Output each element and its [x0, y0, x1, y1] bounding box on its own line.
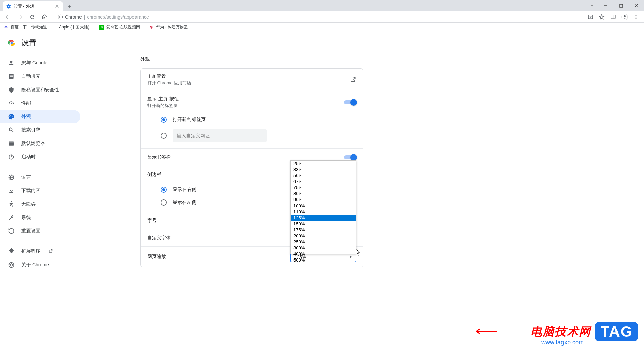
- bookmark-item[interactable]: ✥百度一下，你就知道: [3, 24, 47, 30]
- star-icon[interactable]: [596, 12, 607, 22]
- minimize-button[interactable]: [598, 1, 613, 11]
- radio-left[interactable]: [161, 199, 167, 206]
- external-link-icon[interactable]: [350, 76, 356, 83]
- profile-icon[interactable]: [619, 12, 630, 22]
- speedometer-icon: [8, 100, 15, 107]
- share-icon[interactable]: [585, 12, 596, 22]
- sidebar-label: 关于 Chrome: [21, 262, 49, 268]
- zoom-option[interactable]: 175%: [291, 227, 356, 233]
- svg-point-7: [636, 15, 637, 16]
- chevron-down-icon[interactable]: [586, 1, 598, 11]
- power-icon: [8, 154, 15, 160]
- bookmark-item[interactable]: ❋华为 - 构建万物互…: [149, 24, 192, 30]
- sidebar-item-about[interactable]: 关于 Chrome: [0, 258, 80, 272]
- menu-icon[interactable]: [631, 12, 641, 22]
- globe-icon: [8, 174, 15, 181]
- sidebar-item-extensions[interactable]: 扩展程序: [0, 245, 80, 258]
- sidebar-item-accessibility[interactable]: 无障碍: [0, 197, 80, 211]
- home-button[interactable]: [39, 12, 50, 22]
- sidepanel-icon[interactable]: [608, 12, 619, 22]
- zoom-option[interactable]: 110%: [291, 209, 356, 215]
- huawei-icon: ❋: [149, 25, 154, 30]
- svg-point-13: [10, 61, 13, 63]
- zoom-dropdown[interactable]: 25%33%50%67%75%80%90%100%110%125%150%175…: [290, 160, 356, 254]
- sidebar-item-default-browser[interactable]: 默认浏览器: [0, 137, 80, 150]
- zoom-option[interactable]: 150%: [291, 221, 356, 227]
- zoom-option[interactable]: 25%: [291, 161, 356, 167]
- browser-toolbar: Chrome | chrome://settings/appearance: [0, 11, 644, 23]
- sidebar-item-appearance[interactable]: 外观: [0, 110, 80, 123]
- zoom-option[interactable]: 75%: [291, 185, 356, 191]
- sidebar-item-system[interactable]: 系统: [0, 211, 80, 224]
- svg-rect-0: [620, 4, 623, 7]
- download-icon: [8, 187, 15, 194]
- close-window-button[interactable]: [629, 1, 644, 11]
- radio-custom-url[interactable]: [161, 133, 167, 139]
- forward-button[interactable]: [15, 12, 25, 22]
- section-title: 外观: [140, 56, 644, 62]
- sidebar-label: 重置设置: [21, 228, 40, 234]
- radio-newtab[interactable]: [161, 117, 167, 123]
- zoom-option[interactable]: 67%: [291, 179, 356, 185]
- sidebar-item-startup[interactable]: 启动时: [0, 150, 80, 164]
- radio-row-custom[interactable]: [141, 126, 363, 149]
- back-button[interactable]: [3, 12, 13, 22]
- zoom-option[interactable]: 500%: [291, 257, 356, 263]
- zoom-option[interactable]: 33%: [291, 167, 356, 173]
- svg-rect-18: [9, 141, 14, 142]
- search-icon: [8, 127, 15, 133]
- zoom-option[interactable]: 200%: [291, 233, 356, 239]
- window-titlebar: 设置 - 外观: [0, 0, 644, 11]
- sidebar-item-languages[interactable]: 语言: [0, 171, 80, 184]
- addr-scheme: Chrome: [65, 14, 82, 20]
- settings-main: 外观 主题背景 打开 Chrome 应用商店 显示"主页"按钮 打开新的标签页: [86, 32, 644, 348]
- tab-title: 设置 - 外观: [14, 4, 52, 9]
- close-icon[interactable]: [54, 4, 60, 9]
- sidebar-divider: [0, 241, 86, 241]
- row-title: 显示"主页"按钮: [147, 96, 344, 102]
- watermark-tag: TAG: [595, 322, 638, 341]
- browser-tab-active[interactable]: 设置 - 外观: [3, 1, 63, 11]
- maximize-button[interactable]: [613, 1, 629, 11]
- zoom-option[interactable]: 125%: [291, 215, 356, 221]
- radio-right[interactable]: [161, 187, 167, 193]
- svg-point-2: [59, 16, 61, 18]
- bookmark-item[interactable]: Apple (中国大陆) …: [52, 24, 94, 30]
- zoom-option[interactable]: 250%: [291, 239, 356, 245]
- person-icon: [8, 60, 15, 66]
- custom-url-input[interactable]: [173, 129, 267, 142]
- zoom-option[interactable]: 100%: [291, 203, 356, 209]
- watermark: 电脑技术网 TAG: [531, 322, 638, 341]
- svg-rect-4: [611, 15, 615, 19]
- zoom-option[interactable]: 300%: [291, 245, 356, 251]
- gear-icon: [6, 4, 11, 9]
- sidebar-item-search-engine[interactable]: 搜索引擎: [0, 123, 80, 137]
- settings-sidebar: 您与 Google 自动填充 隐私设置和安全性 性能 外观 搜索引擎 默认浏览器…: [0, 32, 86, 348]
- address-bar[interactable]: Chrome | chrome://settings/appearance: [54, 12, 578, 22]
- sidebar-item-autofill[interactable]: 自动填充: [0, 70, 80, 83]
- toggle-show-home[interactable]: [344, 99, 356, 106]
- bookmark-item[interactable]: 奇爱奇艺-在线视频网…: [99, 24, 144, 30]
- sidebar-item-performance[interactable]: 性能: [0, 97, 80, 110]
- svg-rect-16: [10, 76, 13, 77]
- sidebar-label: 无障碍: [21, 201, 36, 207]
- sidebar-item-downloads[interactable]: 下载内容: [0, 184, 80, 197]
- zoom-option[interactable]: 90%: [291, 197, 356, 203]
- reload-button[interactable]: [27, 12, 38, 22]
- sidebar-label: 您与 Google: [21, 60, 47, 66]
- new-tab-button[interactable]: [65, 2, 74, 11]
- extension-icon: [8, 248, 15, 255]
- zoom-option[interactable]: 50%: [291, 173, 356, 179]
- radio-row-newtab[interactable]: 打开新的标签页: [141, 113, 363, 126]
- sidebar-item-privacy[interactable]: 隐私设置和安全性: [0, 83, 80, 97]
- toggle-bookmarks-bar[interactable]: [344, 154, 356, 161]
- sidebar-label: 语言: [21, 174, 31, 180]
- row-theme[interactable]: 主题背景 打开 Chrome 应用商店: [141, 69, 363, 91]
- sidebar-label: 默认浏览器: [21, 140, 45, 147]
- zoom-option[interactable]: 400%: [291, 251, 356, 257]
- svg-rect-15: [10, 75, 13, 76]
- sidebar-label: 下载内容: [21, 188, 40, 194]
- zoom-option[interactable]: 80%: [291, 191, 356, 197]
- sidebar-item-you-and-google[interactable]: 您与 Google: [0, 56, 80, 70]
- sidebar-item-reset[interactable]: 重置设置: [0, 224, 80, 238]
